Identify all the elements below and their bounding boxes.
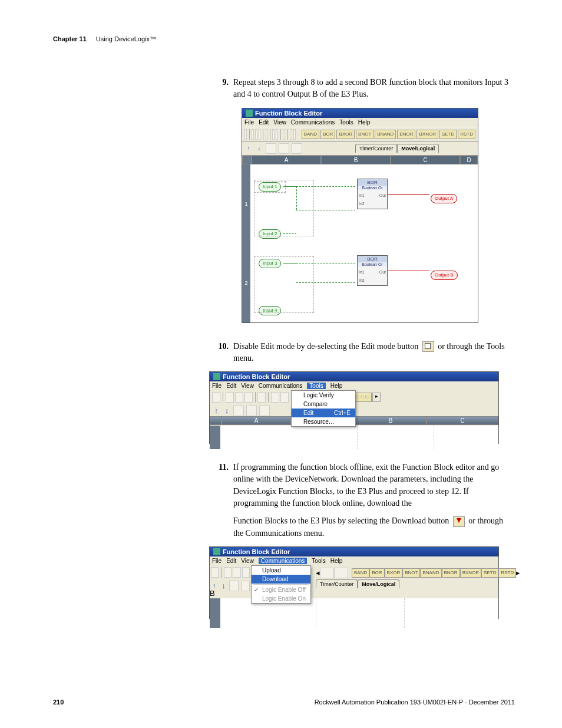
tab-timer-counter[interactable]: Timer/Counter <box>355 144 397 153</box>
output-b-node[interactable]: Output B <box>431 271 458 280</box>
menu-tools[interactable]: Tools <box>312 558 325 564</box>
edit-mode-icon[interactable] <box>266 129 268 140</box>
fn-band[interactable]: BAND <box>302 130 319 139</box>
scroll-right-icon[interactable]: ▸ <box>516 568 520 577</box>
page-header: Chapter 11 Using DeviceLogix™ <box>53 35 515 42</box>
comms-logic-enable-off[interactable]: Logic Enable Off <box>252 585 310 594</box>
cut-icon[interactable] <box>252 129 254 140</box>
edit-mode-icon[interactable] <box>257 392 266 403</box>
edit-mode-inline-icon <box>422 341 434 352</box>
fn-bnand[interactable]: BNAND <box>420 568 441 578</box>
upload-icon[interactable]: ↑ <box>212 407 220 415</box>
copy-icon[interactable] <box>255 129 257 140</box>
menu-file[interactable]: File <box>212 383 222 389</box>
tag2-icon[interactable] <box>334 568 348 578</box>
fn-band[interactable]: BAND <box>352 568 369 578</box>
fn-bnor[interactable]: BNOR <box>397 130 415 139</box>
tools-compare[interactable]: Compare <box>292 400 355 409</box>
menu-edit[interactable]: Edit <box>259 119 269 126</box>
tab-move-logical[interactable]: Move/Logical <box>358 579 399 588</box>
paste-icon[interactable] <box>244 392 253 403</box>
print-icon[interactable] <box>244 129 247 140</box>
toolbar-secondary: ↑ ↓ Timer/Counter Move/Logical <box>242 142 478 156</box>
binoc-icon[interactable] <box>266 143 276 154</box>
copy-icon[interactable] <box>233 567 240 578</box>
menu-view[interactable]: View <box>241 383 254 389</box>
tools-edit[interactable]: EditCtrl+E <box>292 409 355 417</box>
menu-tools[interactable]: Tools <box>307 383 325 389</box>
fn-bxnor[interactable]: BXNOR <box>416 130 438 139</box>
fn-bnot[interactable]: BNOT <box>356 130 373 139</box>
print-icon[interactable] <box>211 567 219 578</box>
spark-icon[interactable] <box>259 406 270 416</box>
fn-bor[interactable]: BOR <box>369 568 384 578</box>
step-9: 9. Repeat steps 3 through 8 to add a sec… <box>212 77 509 101</box>
download-icon[interactable]: ↓ <box>223 407 231 415</box>
menu-help[interactable]: Help <box>358 119 371 126</box>
tab-timer-counter[interactable]: Timer/Counter <box>316 579 358 588</box>
zoom-in-icon[interactable] <box>271 392 279 403</box>
function-block-canvas[interactable]: 1 2 Input 1 Input 2 BOR Boolean Or In1 I… <box>242 164 478 322</box>
tab-move-logical[interactable]: Move/Logical <box>397 144 439 153</box>
fn-rstd[interactable]: RSTD <box>498 568 516 578</box>
spark-icon[interactable] <box>292 143 302 154</box>
tools-resource[interactable]: Resource… <box>292 417 355 426</box>
fbe-screenshot-3: Function Block Editor File Edit View Com… <box>209 546 515 619</box>
output-a-node[interactable]: Output A <box>431 194 457 203</box>
fbe-screenshot-1: Function Block Editor File Edit View Com… <box>242 108 515 323</box>
comms-upload[interactable]: Upload <box>252 566 310 575</box>
upload-icon[interactable]: ↑ <box>244 144 253 153</box>
fn-bor[interactable]: BOR <box>320 130 335 139</box>
fn-bnot[interactable]: BNOT <box>402 568 420 578</box>
fn-bxor[interactable]: BXOR <box>336 130 355 139</box>
menu-help[interactable]: Help <box>330 383 343 389</box>
zoom-out-icon[interactable] <box>280 392 289 403</box>
print-icon[interactable] <box>212 392 220 403</box>
tools-logic-verify[interactable]: Logic Verify <box>292 391 355 400</box>
menu-view[interactable]: View <box>273 119 286 126</box>
menu-tools[interactable]: Tools <box>339 119 353 126</box>
zoom-in-icon[interactable] <box>272 129 275 140</box>
menu-help[interactable]: Help <box>330 558 343 564</box>
menu-communications[interactable]: Communications <box>291 119 335 126</box>
tag-icon[interactable] <box>290 129 292 140</box>
comms-logic-enable-on[interactable]: Logic Enable On <box>252 594 310 603</box>
paste-icon[interactable] <box>259 129 261 140</box>
menu-edit[interactable]: Edit <box>226 383 236 389</box>
menu-communications[interactable]: Communications <box>259 383 302 389</box>
bor-block-2[interactable]: BOR Boolean Or In1 In2 Out <box>357 255 388 286</box>
tag-icon[interactable] <box>320 568 334 578</box>
download-icon[interactable]: ↓ <box>255 144 263 153</box>
chapter-label: Chapter 11 <box>53 35 87 42</box>
page-number: 210 <box>53 699 64 706</box>
paste-icon[interactable] <box>242 567 250 578</box>
binoc-icon[interactable] <box>233 406 244 416</box>
menu-edit[interactable]: Edit <box>226 558 236 564</box>
cut-icon[interactable] <box>226 392 234 403</box>
fn-setd[interactable]: SETD <box>439 130 457 139</box>
menu-file[interactable]: File <box>244 119 254 126</box>
verify-icon[interactable] <box>283 129 285 140</box>
gear-icon[interactable] <box>246 406 257 416</box>
scroll-right-icon[interactable]: ▸ <box>372 393 381 402</box>
scroll-left-icon[interactable]: ◂ <box>316 568 320 577</box>
fn-ctud[interactable]: CTUD <box>354 393 372 402</box>
cut-icon[interactable] <box>224 567 232 578</box>
copy-icon[interactable] <box>235 392 243 403</box>
fn-bxor[interactable]: BXOR <box>385 568 403 578</box>
fn-bxnor[interactable]: BXNOR <box>460 568 481 578</box>
zoom-out-icon[interactable] <box>276 129 278 140</box>
fn-rstd[interactable]: RSTD <box>458 130 475 139</box>
window-title: Function Block Editor <box>210 372 498 381</box>
menu-view[interactable]: View <box>241 558 254 564</box>
menu-communications[interactable]: Communications <box>259 558 307 564</box>
menu-file[interactable]: File <box>212 558 222 564</box>
tag2-icon[interactable] <box>293 129 296 140</box>
grid-header: A B C D <box>242 156 478 164</box>
bor-block-1[interactable]: BOR Boolean Or In1 In2 Out <box>357 179 388 209</box>
gear-icon[interactable] <box>279 143 289 154</box>
fn-bnor[interactable]: BNOR <box>442 568 460 578</box>
fn-setd[interactable]: SETD <box>481 568 498 578</box>
fn-bnand[interactable]: BNAND <box>375 130 396 139</box>
comms-download[interactable]: Download <box>252 575 310 584</box>
